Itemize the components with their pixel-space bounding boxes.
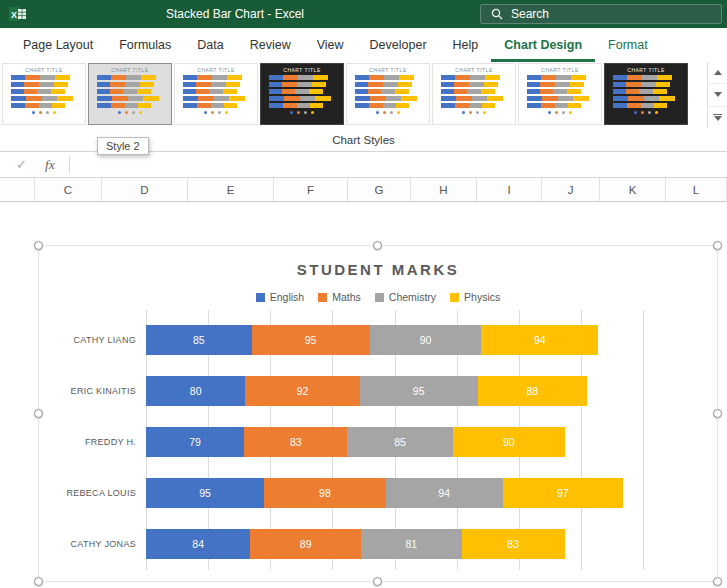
chart-style-thumb-5[interactable]: Chart Title bbox=[346, 63, 430, 125]
window-title: Stacked Bar Chart - Excel bbox=[0, 7, 470, 21]
tab-review[interactable]: Review bbox=[237, 28, 304, 62]
gallery-scroll-up-icon[interactable] bbox=[708, 62, 727, 83]
style-tooltip: Style 2 bbox=[97, 137, 149, 155]
legend-item-english[interactable]: English bbox=[256, 291, 304, 303]
chart-style-thumb-7[interactable]: Chart Title bbox=[518, 63, 602, 125]
bar-segment-physics[interactable]: 94 bbox=[481, 325, 598, 355]
tab-developer[interactable]: Developer bbox=[357, 28, 440, 62]
bar-segment-english[interactable]: 79 bbox=[146, 427, 244, 457]
chart-style-thumb-1[interactable]: Chart Title bbox=[2, 63, 86, 125]
chart-resize-handle-bottom-middle[interactable] bbox=[373, 577, 382, 586]
bar-segment-maths[interactable]: 95 bbox=[252, 325, 370, 355]
bar-segment-english[interactable]: 80 bbox=[146, 376, 245, 406]
tab-format[interactable]: Format bbox=[595, 28, 661, 62]
worksheet[interactable]: STUDENT MARKS EnglishMathsChemistryPhysi… bbox=[0, 202, 727, 588]
chart-resize-handle-bottom-left[interactable] bbox=[34, 577, 43, 586]
chart-style-thumb-6[interactable]: Chart Title bbox=[432, 63, 516, 125]
tab-view[interactable]: View bbox=[304, 28, 357, 62]
legend-label: Maths bbox=[332, 291, 361, 303]
chart-style-thumb-3[interactable]: Chart Title bbox=[174, 63, 258, 125]
bar-segment-maths[interactable]: 92 bbox=[245, 376, 359, 406]
search-input[interactable]: Search bbox=[480, 4, 722, 24]
chart-row: REBECA LOUIS95989497 bbox=[39, 467, 717, 518]
search-icon bbox=[491, 8, 503, 20]
chart-resize-handle-middle-right[interactable] bbox=[713, 409, 722, 418]
legend-item-maths[interactable]: Maths bbox=[318, 291, 361, 303]
column-header-J[interactable]: J bbox=[542, 178, 600, 201]
thumb-title: Chart Title bbox=[436, 67, 512, 73]
bar-segment-chemistry[interactable]: 90 bbox=[370, 325, 482, 355]
category-label: REBECA LOUIS bbox=[39, 488, 146, 498]
formula-input[interactable] bbox=[70, 152, 727, 177]
tab-help[interactable]: Help bbox=[440, 28, 492, 62]
thumb-title: Chart Title bbox=[522, 67, 598, 73]
legend-label: English bbox=[270, 291, 304, 303]
legend-item-physics[interactable]: Physics bbox=[450, 291, 500, 303]
bar-track: 95989497 bbox=[146, 478, 643, 508]
legend-item-chemistry[interactable]: Chemistry bbox=[375, 291, 436, 303]
bar-track: 85959094 bbox=[146, 325, 643, 355]
chart-resize-handle-middle-left[interactable] bbox=[34, 409, 43, 418]
bar-segment-maths[interactable]: 83 bbox=[244, 427, 347, 457]
bar-segment-chemistry[interactable]: 81 bbox=[361, 529, 462, 559]
bar-track: 84898183 bbox=[146, 529, 643, 559]
enter-check-icon[interactable]: ✓ bbox=[16, 157, 27, 172]
chart-title[interactable]: STUDENT MARKS bbox=[39, 261, 717, 278]
thumb-title: Chart Title bbox=[350, 67, 426, 73]
bar-segment-maths[interactable]: 89 bbox=[250, 529, 361, 559]
bar-segment-physics[interactable]: 90 bbox=[453, 427, 565, 457]
chart-plot-area: CATHY LIANG85959094ERIC KINAITIS80929588… bbox=[39, 314, 717, 570]
bar-segment-chemistry[interactable]: 95 bbox=[360, 376, 478, 406]
column-header-H[interactable]: H bbox=[411, 178, 477, 201]
legend-swatch bbox=[375, 293, 384, 302]
tab-formulas[interactable]: Formulas bbox=[106, 28, 184, 62]
bar-segment-physics[interactable]: 83 bbox=[462, 529, 565, 559]
tab-page-layout[interactable]: Page Layout bbox=[10, 28, 106, 62]
search-label: Search bbox=[511, 7, 549, 21]
gallery-scroll-down-icon[interactable] bbox=[708, 83, 727, 105]
bar-segment-english[interactable]: 95 bbox=[146, 478, 264, 508]
legend-swatch bbox=[318, 293, 327, 302]
chart-style-thumb-4[interactable]: Chart Title bbox=[260, 63, 344, 125]
column-header-F[interactable]: F bbox=[274, 178, 348, 201]
category-label: FREDDY H. bbox=[39, 437, 146, 447]
chart-styles-gallery: Chart TitleChart TitleChart TitleChart T… bbox=[0, 62, 727, 128]
category-label: ERIC KINAITIS bbox=[39, 386, 146, 396]
bar-segment-physics[interactable]: 88 bbox=[478, 376, 587, 406]
chart-resize-handle-bottom-right[interactable] bbox=[713, 577, 722, 586]
column-header-C[interactable]: C bbox=[35, 178, 102, 201]
column-header-D[interactable]: D bbox=[102, 178, 188, 201]
bar-segment-physics[interactable]: 97 bbox=[503, 478, 624, 508]
gallery-more-icon[interactable] bbox=[708, 106, 727, 128]
chart-style-thumb-8[interactable]: Chart Title bbox=[604, 63, 688, 125]
tab-chart-design[interactable]: Chart Design bbox=[491, 28, 595, 62]
thumb-title: Chart Title bbox=[264, 67, 340, 73]
chart-style-thumb-2[interactable]: Chart Title bbox=[88, 63, 172, 125]
insert-function-icon[interactable]: fx bbox=[45, 157, 55, 173]
header-stub bbox=[0, 178, 35, 201]
column-header-E[interactable]: E bbox=[188, 178, 274, 201]
column-header-L[interactable]: L bbox=[666, 178, 727, 201]
bar-segment-chemistry[interactable]: 85 bbox=[347, 427, 453, 457]
chart-row: CATHY LIANG85959094 bbox=[39, 314, 717, 365]
chart-legend: EnglishMathsChemistryPhysics bbox=[39, 291, 717, 303]
column-header-K[interactable]: K bbox=[600, 178, 666, 201]
chart-resize-handle-top-middle[interactable] bbox=[373, 241, 382, 250]
chart-row: FREDDY H.79838590 bbox=[39, 416, 717, 467]
legend-label: Physics bbox=[464, 291, 500, 303]
tab-data[interactable]: Data bbox=[184, 28, 236, 62]
bar-segment-chemistry[interactable]: 94 bbox=[386, 478, 503, 508]
chart-resize-handle-top-right[interactable] bbox=[713, 241, 722, 250]
bar-segment-maths[interactable]: 98 bbox=[264, 478, 386, 508]
ribbon-tab-strip: Page LayoutFormulasDataReviewViewDevelop… bbox=[0, 28, 727, 62]
chart-styles-group-label: Chart Styles bbox=[332, 134, 395, 146]
chart-object[interactable]: STUDENT MARKS EnglishMathsChemistryPhysi… bbox=[38, 245, 718, 582]
bar-segment-english[interactable]: 85 bbox=[146, 325, 252, 355]
chart-resize-handle-top-left[interactable] bbox=[34, 241, 43, 250]
legend-swatch bbox=[450, 293, 459, 302]
column-header-I[interactable]: I bbox=[477, 178, 542, 201]
bar-track: 79838590 bbox=[146, 427, 643, 457]
bar-segment-english[interactable]: 84 bbox=[146, 529, 250, 559]
chart-row: ERIC KINAITIS80929588 bbox=[39, 365, 717, 416]
column-header-G[interactable]: G bbox=[348, 178, 411, 201]
